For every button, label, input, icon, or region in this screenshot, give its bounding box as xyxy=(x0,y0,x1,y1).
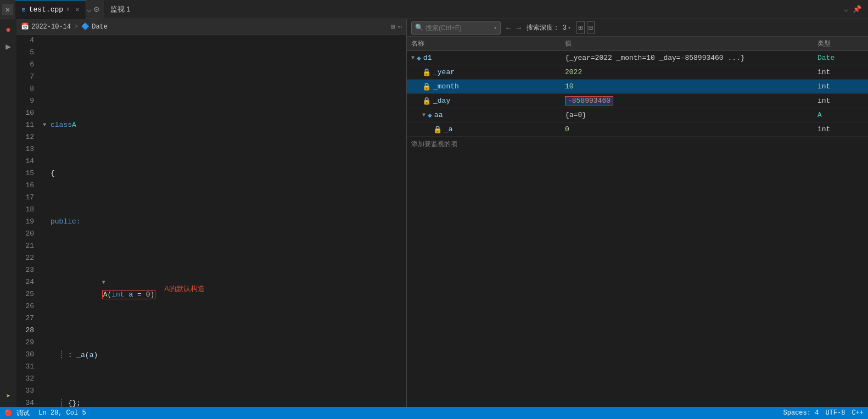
d1-type: Date xyxy=(817,54,835,62)
aa-value: {a=0} xyxy=(565,111,586,119)
calendar-icon: 📅 xyxy=(21,23,29,31)
fold-8[interactable]: ▼ xyxy=(102,277,109,289)
search-input[interactable] xyxy=(425,24,491,32)
watch-collapse-icon[interactable]: ⌵ xyxy=(844,5,848,14)
watch-cell-type-day: int xyxy=(813,97,868,105)
a-icon: 🔒 xyxy=(433,125,442,134)
tab-modified-icon: ¤ xyxy=(66,7,70,13)
watch-cell-name-d1: ▼ ◆ d1 xyxy=(407,54,561,63)
watch-cell-name-day: 🔒 _day xyxy=(407,97,561,105)
status-bar-right: Spaces: 4 UTF-8 C++ xyxy=(783,409,864,417)
watch-table-header: 名称 值 类型 xyxy=(407,37,868,51)
watch-panel: 🔍 ▾ ← → 搜索深度： 3 ▾ ⊞ ⊟ 名称 值 xyxy=(407,19,868,407)
status-line-col: Ln 28, Col 5 xyxy=(38,409,86,417)
watch-cell-value-month: 10 xyxy=(561,82,813,91)
search-icon: 🔍 xyxy=(415,24,423,32)
status-debug: 🔴 调试 xyxy=(4,409,30,418)
columns-icon[interactable]: ⊟ xyxy=(587,21,595,34)
watch-row-aa[interactable]: ▼ ◆ aa {a=0} A xyxy=(407,108,868,122)
col-header-type: 类型 xyxy=(813,39,868,48)
watch-table: 名称 值 类型 ▼ ◆ d1 {_year=2022 _month=10 _da… xyxy=(407,37,868,407)
watch-cell-type-year: int xyxy=(813,68,868,76)
a-value: 0 xyxy=(565,125,569,133)
watch-varname-month: _month xyxy=(433,82,459,91)
watch-cell-value-d1: {_year=2022 _month=10 _day=-858993460 ..… xyxy=(561,54,813,62)
code-line-4 xyxy=(43,71,399,83)
nav-arrows: ← → xyxy=(504,23,523,33)
year-type: int xyxy=(817,68,830,76)
watch-cell-type-a: int xyxy=(813,125,868,133)
watch-varname-a: _a xyxy=(444,125,453,133)
depth-value-container: 3 ▾ xyxy=(563,24,571,32)
watch-add-row[interactable]: 添加要监视的项 xyxy=(407,137,868,151)
breakpoint-icon[interactable]: ● xyxy=(2,24,15,37)
split-editor-icon[interactable]: ⌵ xyxy=(86,4,92,15)
watch-pin-icon[interactable]: 📌 xyxy=(853,5,861,14)
next-arrow[interactable]: → xyxy=(514,23,523,33)
watch-row-d1[interactable]: ▼ ◆ d1 {_year=2022 _month=10 _day=-85899… xyxy=(407,51,868,65)
day-value: -858993460 xyxy=(565,96,613,105)
watch-cell-type-month: int xyxy=(813,82,868,91)
watch-cell-name-a: 🔒 _a xyxy=(407,125,561,134)
a-type: int xyxy=(817,125,830,133)
breadcrumb-symbol[interactable]: 🔷 Date xyxy=(81,23,108,31)
watch-cell-name-month: 🔒 _month xyxy=(407,82,561,91)
status-spaces: Spaces: 4 xyxy=(783,409,819,417)
breadcrumb-date-text: 2022-10-14 xyxy=(31,23,71,31)
code-line-5: ▼class A xyxy=(43,119,399,131)
main-layout: ● ▶ ➤ 📅 2022-10-14 > 🔷 Date ⊞ ⋯ xyxy=(0,19,868,407)
fold-5[interactable]: ▼ xyxy=(43,119,49,131)
add-item-label: 添加要监视的项 xyxy=(411,139,457,149)
line-numbers: 4 5 6 7 8 9 10 11 12 13 14 15 16 17 18 1… xyxy=(16,35,38,407)
watch-row-a[interactable]: 🔒 _a 0 int xyxy=(407,122,868,137)
search-box[interactable]: 🔍 ▾ xyxy=(411,21,501,35)
tab-filename: test.cpp xyxy=(29,5,63,14)
watch-panel-title: 监视 1 xyxy=(110,4,131,14)
class-icon: 🔷 xyxy=(81,23,89,31)
month-type: int xyxy=(817,82,830,91)
month-icon: 🔒 xyxy=(422,82,431,91)
breadcrumb-date[interactable]: 📅 2022-10-14 xyxy=(21,23,71,31)
status-lang: C++ xyxy=(852,409,864,417)
toolbar-icons: ⊞ ⊟ xyxy=(576,21,595,34)
code-line-7: public: xyxy=(43,216,399,228)
annotation-default-ctor: A的默认构造 xyxy=(164,283,205,295)
watch-row-month[interactable]: 🔒 _month 10 int xyxy=(407,80,868,94)
code-area: 4 5 6 7 8 9 10 11 12 13 14 15 16 17 18 1… xyxy=(16,35,406,407)
depth-dropdown-icon[interactable]: ▾ xyxy=(568,25,571,31)
prev-arrow[interactable]: ← xyxy=(504,23,513,33)
watch-cell-name-year: 🔒 _year xyxy=(407,68,561,77)
watch-cell-value-aa: {a=0} xyxy=(561,111,813,119)
watch-cell-value-a: 0 xyxy=(561,125,813,133)
col-header-name: 名称 xyxy=(407,39,561,48)
search-dropdown-icon[interactable]: ▾ xyxy=(494,25,497,31)
code-content[interactable]: ▼class A { public: ▼ A(int a = 0) A的默认构造… xyxy=(38,35,399,407)
tab-close-button[interactable]: ✕ xyxy=(75,5,79,14)
day-icon: 🔒 xyxy=(422,97,431,105)
d1-value: {_year=2022 _month=10 _day=-858993460 ..… xyxy=(565,54,745,62)
month-value: 10 xyxy=(565,82,574,91)
more-icon[interactable]: ⋯ xyxy=(397,23,402,31)
watch-varname-day: _day xyxy=(433,97,450,105)
close-window-button[interactable]: ✕ xyxy=(2,4,13,15)
arrow-indicator: ➤ xyxy=(2,389,15,403)
expand-aa[interactable]: ▼ xyxy=(422,112,425,118)
tab-test-cpp[interactable]: ⊞ test.cpp ¤ ✕ xyxy=(15,0,86,19)
day-type: int xyxy=(817,97,830,105)
cpp-file-icon: ⊞ xyxy=(22,6,26,13)
split-icon[interactable]: ⊞ xyxy=(391,23,395,31)
code-line-8: ▼ A(int a = 0) A的默认构造 xyxy=(43,264,399,313)
editor-scrollbar[interactable] xyxy=(399,35,406,407)
editor-panel: 📅 2022-10-14 > 🔷 Date ⊞ ⋯ 4 5 6 7 8 9 xyxy=(16,19,407,407)
watch-varname-aa: aa xyxy=(434,111,443,119)
debug-icon[interactable]: ▶ xyxy=(2,40,15,53)
depth-label: 搜索深度： xyxy=(527,23,559,32)
year-value: 2022 xyxy=(565,68,582,76)
watch-row-day[interactable]: 🔒 _day -858993460 int xyxy=(407,94,868,108)
status-encoding: UTF-8 xyxy=(825,409,845,417)
code-line-9: ┊ : _a(a) xyxy=(43,349,399,361)
expand-d1[interactable]: ▼ xyxy=(411,55,415,61)
more-actions-icon[interactable]: ⚙ xyxy=(94,4,99,15)
watch-row-year[interactable]: 🔒 _year 2022 int xyxy=(407,65,868,80)
filter-icon[interactable]: ⊞ xyxy=(576,21,584,34)
